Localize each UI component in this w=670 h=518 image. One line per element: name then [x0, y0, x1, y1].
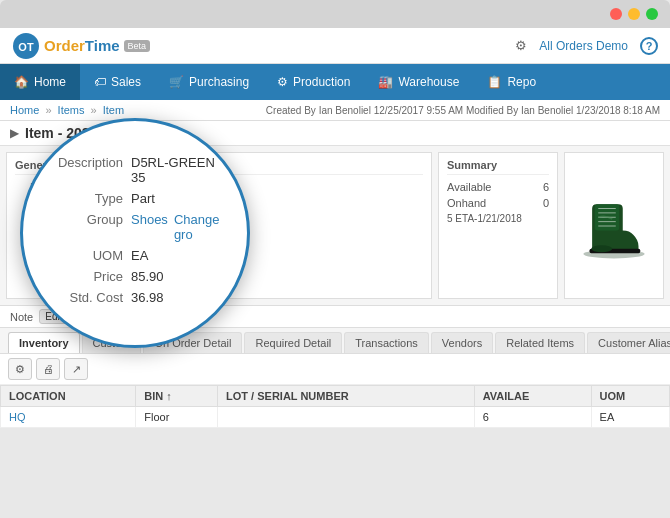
- item-meta: Created By Ian Benoliel 12/25/2017 9:55 …: [266, 105, 660, 116]
- desc-label: Description: [15, 181, 85, 193]
- eta-value: 5 ETA-1/21/2018: [447, 213, 522, 224]
- help-button[interactable]: ?: [640, 37, 658, 55]
- summary-panel: Summary Available 6 Onhand 0 5 ETA-1/21/…: [438, 152, 558, 299]
- type-value: Part: [91, 196, 111, 208]
- nav-repo-label: Repo: [507, 75, 536, 89]
- logo-icon: OT: [12, 32, 40, 60]
- stdcost-label: Std. Cost: [15, 256, 85, 268]
- onhand-label: Onhand: [447, 197, 486, 209]
- price-value: 85.90: [91, 241, 119, 253]
- beta-badge: Beta: [124, 40, 151, 52]
- nav-warehouse[interactable]: 🏭 Warehouse: [364, 64, 473, 100]
- nav-home[interactable]: 🏠 Home: [0, 64, 80, 100]
- col-bin[interactable]: BIN ↑: [136, 386, 218, 407]
- tabs-bar: Inventory Custom On Order Detail Require…: [0, 328, 670, 354]
- logo: OT OrderTime Beta: [12, 32, 150, 60]
- svg-point-10: [591, 245, 612, 252]
- summary-available: Available 6: [447, 181, 549, 193]
- nav-production[interactable]: ⚙ Production: [263, 64, 364, 100]
- note-edit-button[interactable]: Edit: [39, 309, 68, 324]
- breadcrumb-items[interactable]: Items: [58, 104, 85, 116]
- top-bar: OT OrderTime Beta ⚙ All Orders Demo ?: [0, 28, 670, 64]
- sales-icon: 🏷: [94, 75, 106, 89]
- col-location[interactable]: LOCATION: [1, 386, 136, 407]
- breadcrumb: Home » Items » Item: [10, 104, 124, 116]
- breadcrumb-item[interactable]: Item: [103, 104, 124, 116]
- nav-warehouse-label: Warehouse: [398, 75, 459, 89]
- inventory-table: LOCATION BIN ↑ LOT / SERIAL NUMBER AVAIL…: [0, 385, 670, 428]
- svg-text:OT: OT: [18, 41, 34, 53]
- minimize-dot[interactable]: [628, 8, 640, 20]
- table-header-row: LOCATION BIN ↑ LOT / SERIAL NUMBER AVAIL…: [1, 386, 670, 407]
- maximize-dot[interactable]: [646, 8, 658, 20]
- export-button[interactable]: ↗: [64, 358, 88, 380]
- nav-repo[interactable]: 📋 Repo: [473, 64, 550, 100]
- field-uom: UOM EA: [15, 226, 423, 238]
- summary-eta: 5 ETA-1/21/2018: [447, 213, 549, 224]
- type-label: Type: [15, 196, 85, 208]
- tab-customer-aliases[interactable]: Customer Aliases: [587, 332, 670, 353]
- field-price: Price 85.90: [15, 241, 423, 253]
- note-bar: Note Edit 01.22.2018 Ian B...: [0, 306, 670, 328]
- location-link[interactable]: HQ: [9, 411, 26, 423]
- tab-on-order-detail[interactable]: On Order Detail: [143, 332, 242, 353]
- window-chrome: [0, 0, 670, 28]
- tab-related-items[interactable]: Related Items: [495, 332, 585, 353]
- nav-production-label: Production: [293, 75, 350, 89]
- uom-label: UOM: [15, 226, 85, 238]
- settings-icon[interactable]: ⚙: [515, 38, 527, 53]
- item-expand-icon[interactable]: ▶: [10, 126, 19, 140]
- tab-transactions[interactable]: Transactions: [344, 332, 429, 353]
- tab-vendors[interactable]: Vendors: [431, 332, 493, 353]
- repo-icon: 📋: [487, 75, 502, 89]
- breadcrumb-bar: Home » Items » Item Created By Ian Benol…: [0, 100, 670, 121]
- breadcrumb-home[interactable]: Home: [10, 104, 39, 116]
- close-dot[interactable]: [610, 8, 622, 20]
- main-content: General Description D5RL-GREEN 35 Type P…: [0, 146, 670, 306]
- nav-home-label: Home: [34, 75, 66, 89]
- tab-required-detail[interactable]: Required Detail: [244, 332, 342, 353]
- inventory-table-area: LOCATION BIN ↑ LOT / SERIAL NUMBER AVAIL…: [0, 385, 670, 428]
- cell-location: HQ: [1, 407, 136, 428]
- cell-available: 6: [474, 407, 591, 428]
- summary-title: Summary: [447, 159, 549, 175]
- group-value-link[interactable]: Shoes: [91, 211, 122, 223]
- desc-value: D5RL-GREEN 35: [91, 181, 177, 193]
- top-bar-right: ⚙ All Orders Demo ?: [515, 37, 658, 55]
- logo-time: Time: [85, 37, 120, 54]
- stdcost-value: 36.98: [91, 256, 119, 268]
- nav-bar: 🏠 Home 🏷 Sales 🛒 Purchasing ⚙ Production…: [0, 64, 670, 100]
- logo-text: OrderTime: [44, 37, 120, 54]
- field-stdcost: Std. Cost 36.98: [15, 256, 423, 268]
- inventory-toolbar: ⚙ 🖨 ↗: [0, 354, 670, 385]
- note-label: Note: [10, 311, 33, 323]
- nav-purchasing-label: Purchasing: [189, 75, 249, 89]
- col-available[interactable]: AVAILAE: [474, 386, 591, 407]
- summary-onhand: Onhand 0: [447, 197, 549, 209]
- field-description: Description D5RL-GREEN 35: [15, 181, 423, 193]
- uom-value: EA: [91, 226, 106, 238]
- item-status-badge: ●: [96, 127, 114, 140]
- home-icon: 🏠: [14, 75, 29, 89]
- note-text: 01.22.2018 Ian B...: [74, 311, 167, 323]
- item-header: ▶ Item - 203 ●: [0, 121, 670, 146]
- production-icon: ⚙: [277, 75, 288, 89]
- general-panel: General Description D5RL-GREEN 35 Type P…: [6, 152, 432, 299]
- col-uom[interactable]: UOM: [591, 386, 669, 407]
- boot-image: [569, 191, 659, 261]
- nav-purchasing[interactable]: 🛒 Purchasing: [155, 64, 263, 100]
- cell-lot: [218, 407, 475, 428]
- nav-sales-label: Sales: [111, 75, 141, 89]
- col-lot[interactable]: LOT / SERIAL NUMBER: [218, 386, 475, 407]
- demo-link[interactable]: All Orders Demo: [539, 39, 628, 53]
- field-group: Group Shoes Change gro: [15, 211, 423, 223]
- cell-bin: Floor: [136, 407, 218, 428]
- available-label: Available: [447, 181, 491, 193]
- cell-uom: EA: [591, 407, 669, 428]
- gear-button[interactable]: ⚙: [8, 358, 32, 380]
- nav-sales[interactable]: 🏷 Sales: [80, 64, 155, 100]
- tab-custom[interactable]: Custom: [82, 332, 142, 353]
- tab-inventory[interactable]: Inventory: [8, 332, 80, 353]
- item-image-panel: [564, 152, 664, 299]
- print-button[interactable]: 🖨: [36, 358, 60, 380]
